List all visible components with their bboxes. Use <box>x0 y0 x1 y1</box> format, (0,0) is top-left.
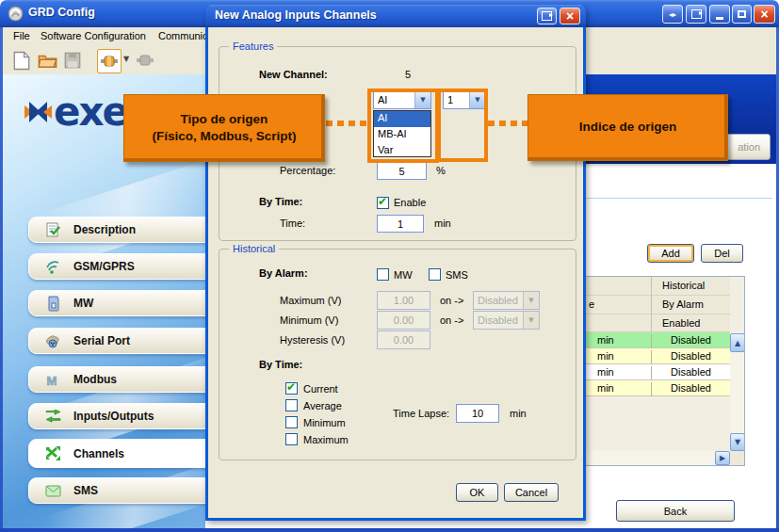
disconnected-device-icon[interactable] <box>134 49 156 72</box>
detach-window-icon[interactable] <box>686 5 706 24</box>
time-input[interactable]: 1 <box>377 215 424 233</box>
sidebar-item-serial-port[interactable]: Serial Port <box>28 328 206 354</box>
del-button[interactable]: Del <box>701 244 743 263</box>
chevron-down-icon: ▼ <box>523 312 539 329</box>
description-icon <box>43 221 62 238</box>
by-time-label: By Time: <box>259 196 302 207</box>
table-row[interactable]: minDisabled <box>586 380 730 396</box>
channels-table: Historical e By Alarm Enabled minDisable… <box>585 276 745 466</box>
minimum-on-label: on -> <box>440 314 463 326</box>
ok-button[interactable]: OK <box>456 483 498 502</box>
window-border-bottom <box>0 528 779 532</box>
sidebar-item-description[interactable]: Description <box>28 217 206 243</box>
percentage-input[interactable]: 5 <box>377 162 427 180</box>
maximum-input[interactable]: 1.00 <box>377 291 430 310</box>
maximize-icon[interactable] <box>732 5 752 24</box>
sidebar-item-sms[interactable]: SMS <box>28 477 206 504</box>
menu-file[interactable]: File <box>9 30 34 41</box>
sms-icon <box>43 482 62 499</box>
maximum-option-label: Maximum <box>303 434 349 445</box>
modbus-icon: M <box>43 371 62 388</box>
maximum-label: Maximum (V) <box>280 295 341 306</box>
gsm-icon <box>43 258 62 275</box>
features-legend: Features <box>229 40 277 52</box>
scroll-right-icon[interactable]: ▶ <box>715 451 730 465</box>
open-folder-icon[interactable] <box>36 49 58 72</box>
table-header-enabled: Enabled <box>586 314 730 332</box>
sms-label: SMS <box>446 269 468 281</box>
percentage-label: Percentage: <box>280 165 335 176</box>
exemys-logo: exe <box>24 92 127 132</box>
table-row[interactable]: minDisabled <box>586 332 730 348</box>
logo-text: exe <box>54 92 127 132</box>
chevron-down-icon: ▼ <box>523 292 539 309</box>
time-unit: min <box>434 218 451 229</box>
sms-checkbox[interactable] <box>429 268 441 281</box>
sidebar-item-inputs-outputs[interactable]: Inputs/Outputs <box>28 403 206 429</box>
mw-icon <box>43 295 62 312</box>
dialog-detach-icon[interactable] <box>537 8 557 24</box>
enable-label: Enable <box>394 197 426 208</box>
table-header-by-alarm: e By Alarm <box>586 296 730 314</box>
hysteresis-label: Hysteresis (V) <box>280 334 345 346</box>
horizontal-scrollbar[interactable] <box>586 451 730 466</box>
close-icon[interactable]: × <box>754 5 775 24</box>
minimize-icon[interactable] <box>709 5 730 24</box>
minimum-state-select[interactable]: Disabled▼ <box>473 311 540 330</box>
scroll-up-icon[interactable]: ▲ <box>730 333 745 352</box>
sidebar-item-gsm-gprs[interactable]: GSM/GPRS <box>28 253 206 280</box>
toolbar-dropdown-arrow-icon[interactable]: ▼ <box>123 55 129 63</box>
dialog-titlebar: New Analog Inputs Channels × <box>205 5 586 27</box>
callout-connector-left <box>326 121 368 126</box>
by-alarm-label: By Alarm: <box>259 267 308 279</box>
mw-checkbox[interactable] <box>377 268 389 281</box>
switch-panel-icon[interactable]: ◂▸ <box>662 5 683 24</box>
sidebar-item-channels[interactable]: Channels <box>28 439 206 468</box>
percentage-unit: % <box>436 165 446 176</box>
sidebar-item-mw[interactable]: MW <box>28 290 206 316</box>
app-icon <box>8 6 24 22</box>
minimum-label: Minimum (V) <box>280 314 338 326</box>
new-channel-label: New Channel: <box>259 69 328 80</box>
dialog-new-analog-inputs-channels: New Analog Inputs Channels × Features Ne… <box>205 5 586 521</box>
time-lapse-input[interactable]: 10 <box>456 404 499 423</box>
mw-label: MW <box>394 269 413 281</box>
minimum-option-label: Minimum <box>303 417 346 428</box>
minimum-input[interactable]: 0.00 <box>377 311 430 330</box>
hysteresis-input[interactable]: 0.00 <box>377 330 430 349</box>
average-checkbox[interactable] <box>285 399 298 411</box>
source-index-highlight <box>437 89 488 162</box>
back-button[interactable]: Back <box>616 500 735 522</box>
table-header-fragment: e <box>589 298 594 310</box>
scroll-down-icon[interactable]: ▼ <box>730 433 745 451</box>
maximum-checkbox[interactable] <box>285 433 298 445</box>
serial-connector-icon[interactable] <box>97 49 122 73</box>
dialog-title: New Analog Inputs Channels <box>215 8 377 22</box>
new-file-icon[interactable] <box>10 49 33 72</box>
cancel-button[interactable]: Cancel <box>504 483 559 502</box>
svg-text:M: M <box>47 373 57 387</box>
callout-source-index: Indice de origen <box>527 94 728 161</box>
callout-source-type: Tipo de origen (Físico, Modbus, Script) <box>123 94 325 162</box>
enable-checkbox[interactable] <box>377 197 389 209</box>
current-checkbox[interactable] <box>285 382 298 395</box>
window-title: GRD Config <box>28 6 95 19</box>
maximum-state-select[interactable]: Disabled▼ <box>473 291 540 310</box>
inputs-outputs-icon <box>43 408 62 425</box>
dialog-close-icon[interactable]: × <box>560 8 580 24</box>
add-button[interactable]: Add <box>647 244 694 263</box>
callout-connector-right <box>488 121 527 126</box>
sidebar-item-modbus[interactable]: M Modbus <box>28 366 206 393</box>
historical-by-time-label: By Time: <box>259 359 302 370</box>
table-row[interactable]: minDisabled <box>586 348 730 364</box>
save-icon[interactable] <box>61 49 84 72</box>
new-channel-value: 5 <box>405 69 411 80</box>
source-type-highlight <box>367 89 439 163</box>
serial-port-icon <box>43 332 62 349</box>
minimum-checkbox[interactable] <box>285 416 298 428</box>
table-row[interactable]: minDisabled <box>586 364 730 380</box>
menu-software-configuration[interactable]: Software Configuration <box>37 30 150 41</box>
time-label: Time: <box>280 218 305 229</box>
time-lapse-unit: min <box>510 408 527 419</box>
current-label: Current <box>303 383 338 395</box>
